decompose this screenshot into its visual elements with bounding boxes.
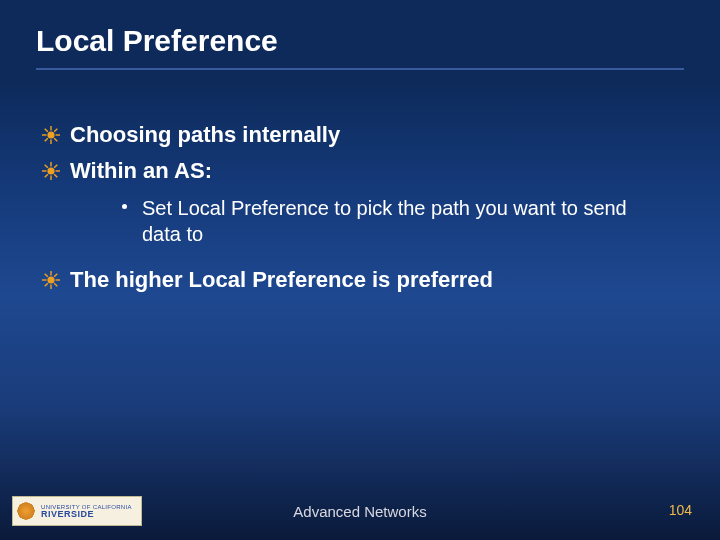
bullet-item: The higher Local Preference is preferred [36, 265, 684, 295]
slide-title: Local Preference [36, 24, 684, 70]
logo: UNIVERSITY OF CALIFORNIA RIVERSIDE [12, 496, 142, 526]
svg-line-16 [54, 164, 57, 167]
sub-bullet-list: Set Local Preference to pick the path yo… [70, 195, 684, 247]
svg-line-6 [54, 138, 57, 141]
svg-line-26 [45, 284, 48, 287]
svg-point-0 [47, 131, 54, 138]
logo-seal-icon [16, 501, 36, 521]
slide: Local Preference Choosing paths internal… [0, 0, 720, 540]
svg-line-15 [54, 174, 57, 177]
sun-icon [42, 271, 60, 289]
sun-icon [42, 126, 60, 144]
svg-line-24 [54, 284, 57, 287]
bullet-text: The higher Local Preference is preferred [70, 267, 493, 292]
dot-icon [122, 204, 127, 209]
svg-line-23 [45, 274, 48, 277]
footer-center-text: Advanced Networks [293, 503, 426, 520]
bullet-text: Choosing paths internally [70, 122, 340, 147]
bullet-item: Within an AS: Set Local Preference to pi… [36, 156, 684, 248]
sun-icon [42, 162, 60, 180]
svg-line-14 [45, 164, 48, 167]
sub-bullet-item: Set Local Preference to pick the path yo… [70, 195, 684, 247]
svg-line-5 [45, 129, 48, 132]
bullet-list: Choosing paths internally Within an AS: … [36, 120, 684, 295]
svg-line-17 [45, 174, 48, 177]
logo-line2: RIVERSIDE [41, 510, 132, 519]
bullet-item: Choosing paths internally [36, 120, 684, 150]
svg-line-8 [45, 138, 48, 141]
svg-point-18 [47, 277, 54, 284]
sub-bullet-text: Set Local Preference to pick the path yo… [142, 197, 627, 245]
svg-line-7 [54, 129, 57, 132]
svg-point-9 [47, 167, 54, 174]
footer: UNIVERSITY OF CALIFORNIA RIVERSIDE Advan… [0, 494, 720, 528]
logo-text: UNIVERSITY OF CALIFORNIA RIVERSIDE [41, 504, 132, 519]
page-number: 104 [669, 502, 692, 518]
bullet-text: Within an AS: [70, 158, 212, 183]
svg-line-25 [54, 274, 57, 277]
